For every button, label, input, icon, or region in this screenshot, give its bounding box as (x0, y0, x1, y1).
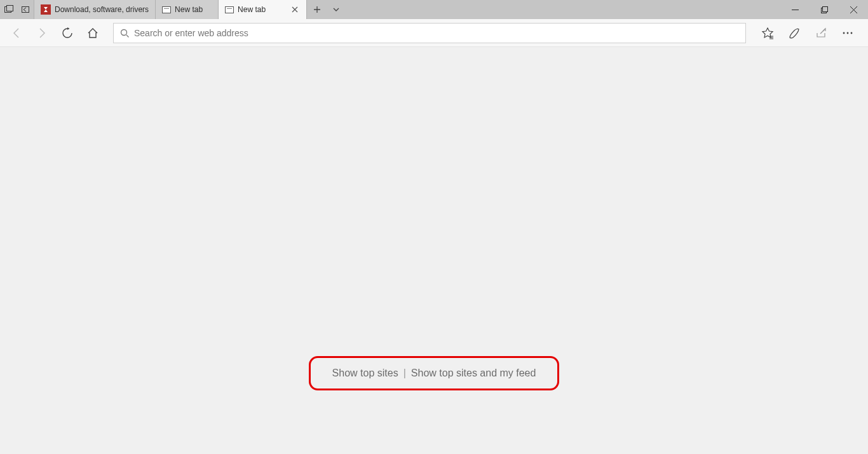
svg-point-8 (851, 32, 853, 34)
address-input[interactable] (134, 28, 739, 38)
svg-rect-2 (22, 7, 29, 13)
address-bar[interactable] (113, 23, 746, 43)
set-aside-tabs-button[interactable] (19, 3, 32, 16)
minimize-button[interactable] (780, 0, 810, 19)
more-button[interactable] (835, 22, 860, 45)
newtab-icon (225, 6, 234, 13)
newtab-icon (162, 6, 171, 13)
favorites-button[interactable] (755, 22, 780, 45)
tab-0[interactable]: Download, software, drivers (34, 0, 156, 19)
svg-rect-1 (7, 6, 13, 11)
annotation-box: Show top sites | Show top sites and my f… (309, 356, 559, 390)
new-tab-content: Show top sites | Show top sites and my f… (0, 47, 868, 454)
toolbar (0, 19, 868, 47)
favicon-icon (41, 4, 51, 15)
svg-point-6 (843, 32, 845, 34)
close-window-button[interactable] (839, 0, 868, 19)
svg-point-5 (121, 29, 127, 35)
notes-button[interactable] (782, 22, 807, 45)
toolbar-right (755, 22, 863, 45)
svg-rect-4 (822, 6, 827, 11)
back-button[interactable] (5, 22, 28, 45)
tab-label: New tab (175, 5, 212, 14)
titlebar-left (0, 0, 34, 19)
tab-label: New tab (238, 5, 286, 14)
tab-2[interactable]: New tab (218, 0, 307, 19)
show-top-sites-link[interactable]: Show top sites (332, 368, 398, 379)
svg-point-7 (847, 32, 849, 34)
forward-button[interactable] (31, 22, 53, 45)
maximize-button[interactable] (810, 0, 839, 19)
show-top-sites-and-feed-link[interactable]: Show top sites and my feed (411, 368, 536, 379)
home-button[interactable] (81, 22, 104, 45)
window-controls (780, 0, 868, 19)
tabs-overview-button[interactable] (3, 3, 15, 16)
tab-strip: Download, software, drivers New tab New … (34, 0, 780, 19)
refresh-button[interactable] (56, 22, 79, 45)
titlebar: Download, software, drivers New tab New … (0, 0, 868, 19)
close-tab-button[interactable] (290, 4, 300, 15)
share-button[interactable] (808, 22, 834, 45)
new-tab-button[interactable] (311, 3, 323, 16)
tab-1[interactable]: New tab (155, 0, 219, 19)
tab-dropdown-button[interactable] (330, 3, 342, 16)
separator: | (403, 368, 406, 379)
tab-actions (307, 0, 346, 19)
tab-label: Download, software, drivers (55, 5, 149, 14)
search-icon (120, 29, 129, 38)
